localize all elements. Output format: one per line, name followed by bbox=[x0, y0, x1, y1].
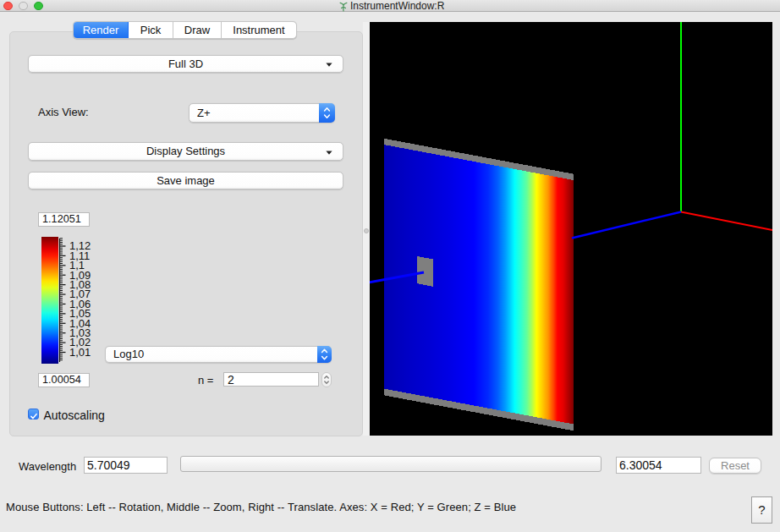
svg-text:1,01: 1,01 bbox=[69, 346, 91, 359]
